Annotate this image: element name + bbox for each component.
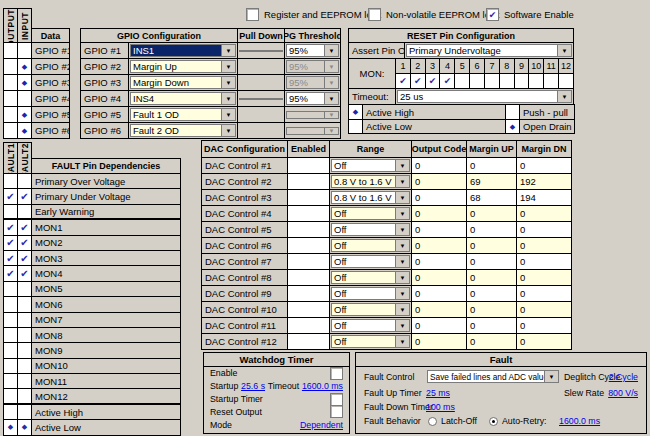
dropdown-arrow-icon[interactable]: ▼ <box>221 93 235 104</box>
gpio-input-indicator[interactable]: ◆ <box>17 122 32 139</box>
mon-1-checkbox[interactable]: ✔ <box>395 73 411 89</box>
mon-3-checkbox[interactable]: ✔ <box>425 73 441 89</box>
register-eeprom-lock-checkbox[interactable] <box>246 8 259 21</box>
dac-11-enabled-cell[interactable] <box>287 317 330 334</box>
gpio-input-indicator[interactable] <box>17 42 32 59</box>
fault1-dependency-checkbox[interactable] <box>3 373 18 389</box>
dac-7-margin-dn-field[interactable]: 0 <box>516 253 572 270</box>
gpio-1-pull-down-cell[interactable] <box>237 42 285 59</box>
dac-11-margin-up-field[interactable]: 0 <box>466 317 517 334</box>
gpio-input-indicator[interactable]: ◆ <box>17 106 32 123</box>
watchdog-reset-output-checkbox[interactable] <box>330 405 343 418</box>
fault2-dependency-checkbox[interactable] <box>17 373 32 389</box>
mon-12-checkbox[interactable] <box>558 73 574 89</box>
open-drain-label[interactable]: Open Drain <box>519 119 575 134</box>
fault2-dependency-checkbox[interactable] <box>17 358 32 374</box>
mon-4-checkbox[interactable]: ✔ <box>439 73 455 89</box>
dac-9-output-code-field[interactable]: 0 <box>411 285 467 302</box>
software-enable-checkbox[interactable]: ✔ <box>486 8 499 21</box>
mon-5-checkbox[interactable] <box>454 73 470 89</box>
gpio-1-pg-threshold-select[interactable]: 95%▼ <box>286 44 339 57</box>
dac-7-margin-up-field[interactable]: 0 <box>466 253 517 270</box>
dropdown-arrow-icon[interactable]: ▼ <box>544 371 558 382</box>
mon-8-checkbox[interactable] <box>499 73 515 89</box>
gpio-input-indicator[interactable] <box>17 90 32 107</box>
dropdown-arrow-icon[interactable]: ▼ <box>221 77 235 88</box>
dac-2-margin-up-field[interactable]: 69 <box>466 173 517 190</box>
open-drain-indicator[interactable]: ◆ <box>505 119 520 134</box>
dac-1-margin-dn-field[interactable]: 0 <box>516 157 572 174</box>
gpio-1-pull-down-field[interactable] <box>239 50 283 52</box>
latch-off-radio[interactable] <box>428 417 437 426</box>
dropdown-arrow-icon[interactable]: ▼ <box>395 256 409 267</box>
push-pull-indicator[interactable] <box>505 104 520 120</box>
fault2-dependency-checkbox[interactable]: ✔ <box>17 265 32 281</box>
fault1-dependency-checkbox[interactable] <box>3 404 18 420</box>
gpio-2-function-select[interactable]: Margin Up▼ <box>130 60 236 73</box>
dropdown-arrow-icon[interactable]: ▼ <box>395 160 409 171</box>
fault2-dependency-checkbox[interactable]: ◆ <box>17 419 32 435</box>
fault1-dependency-checkbox[interactable] <box>3 342 18 358</box>
dac-8-margin-up-field[interactable]: 0 <box>466 269 517 286</box>
timeout-select[interactable]: 25 us▼ <box>397 90 572 103</box>
dropdown-arrow-icon[interactable]: ▼ <box>395 272 409 283</box>
mon-2-checkbox[interactable]: ✔ <box>410 73 426 89</box>
dac-6-range-select[interactable]: Off▼ <box>331 239 410 252</box>
fault1-dependency-checkbox[interactable] <box>3 358 18 374</box>
assert-pin-on-select[interactable]: Primary Undervoltage▼ <box>406 44 572 57</box>
dac-8-output-code-field[interactable]: 0 <box>411 269 467 286</box>
fault2-dependency-checkbox[interactable]: ✔ <box>17 250 32 266</box>
nonvolatile-eeprom-lock-checkbox[interactable] <box>368 8 381 21</box>
deglitch-cycle-link[interactable]: 2 Cycle <box>609 372 638 382</box>
auto-retry-time-link[interactable]: 1600.0 ms <box>559 416 600 426</box>
nonvolatile-eeprom-lock-option[interactable]: Non-volatile EEPROM lock <box>368 8 500 21</box>
active-high-indicator[interactable]: ◆ <box>348 104 363 120</box>
dac-4-enabled-cell[interactable] <box>287 205 330 222</box>
push-pull-label[interactable]: Push - pull <box>519 104 575 120</box>
dac-4-margin-dn-field[interactable]: 0 <box>516 205 572 222</box>
fault1-dependency-checkbox[interactable] <box>3 388 18 404</box>
mon-10-checkbox[interactable] <box>528 73 544 89</box>
dac-9-margin-up-field[interactable]: 0 <box>466 285 517 302</box>
dac-3-enabled-cell[interactable] <box>287 189 330 206</box>
dac-6-enabled-cell[interactable] <box>287 237 330 254</box>
dac-8-range-select[interactable]: Off▼ <box>331 271 410 284</box>
dropdown-arrow-icon[interactable]: ▼ <box>395 320 409 331</box>
gpio-4-pull-down-field[interactable] <box>239 98 283 100</box>
dac-2-enabled-cell[interactable] <box>287 173 330 190</box>
dac-2-output-code-field[interactable]: 0 <box>411 173 467 190</box>
fault2-dependency-checkbox[interactable] <box>17 404 32 420</box>
dac-1-range-select[interactable]: Off▼ <box>331 159 410 172</box>
gpio-output-indicator[interactable] <box>3 106 18 123</box>
dropdown-arrow-icon[interactable]: ▼ <box>221 61 235 72</box>
mon-7-checkbox[interactable] <box>484 73 500 89</box>
dropdown-arrow-icon[interactable]: ▼ <box>395 176 409 187</box>
dac-10-margin-dn-field[interactable]: 0 <box>516 301 572 318</box>
gpio-output-indicator[interactable] <box>3 58 18 75</box>
dac-1-output-code-field[interactable]: 0 <box>411 157 467 174</box>
dropdown-arrow-icon[interactable]: ▼ <box>324 93 338 104</box>
dropdown-arrow-icon[interactable]: ▼ <box>395 336 409 347</box>
dac-9-range-select[interactable]: Off▼ <box>331 287 410 300</box>
register-eeprom-lock-option[interactable]: Register and EEPROM lock <box>246 8 381 21</box>
fault2-dependency-checkbox[interactable] <box>17 296 32 312</box>
fault2-dependency-checkbox[interactable]: ✔ <box>17 235 32 251</box>
gpio-3-function-select[interactable]: Margin Down▼ <box>130 76 236 89</box>
dropdown-arrow-icon[interactable]: ▼ <box>395 288 409 299</box>
dac-10-margin-up-field[interactable]: 0 <box>466 301 517 318</box>
dac-2-margin-dn-field[interactable]: 192 <box>516 173 572 190</box>
watchdog-enable-checkbox[interactable] <box>330 367 343 380</box>
dac-3-margin-dn-field[interactable]: 194 <box>516 189 572 206</box>
dac-5-range-select[interactable]: Off▼ <box>331 223 410 236</box>
fault2-dependency-checkbox[interactable] <box>17 281 32 297</box>
dac-10-range-select[interactable]: Off▼ <box>331 303 410 316</box>
mon-11-checkbox[interactable] <box>543 73 559 89</box>
dac-4-output-code-field[interactable]: 0 <box>411 205 467 222</box>
mon-9-checkbox[interactable] <box>514 73 530 89</box>
auto-retry-label[interactable]: Auto-Retry: <box>502 416 547 426</box>
dac-6-margin-up-field[interactable]: 0 <box>466 237 517 254</box>
dropdown-arrow-icon[interactable]: ▼ <box>395 224 409 235</box>
gpio-input-indicator[interactable]: ◆ <box>17 74 32 91</box>
fault2-dependency-checkbox[interactable]: ✔ <box>17 188 32 204</box>
active-low-indicator[interactable] <box>348 119 363 134</box>
